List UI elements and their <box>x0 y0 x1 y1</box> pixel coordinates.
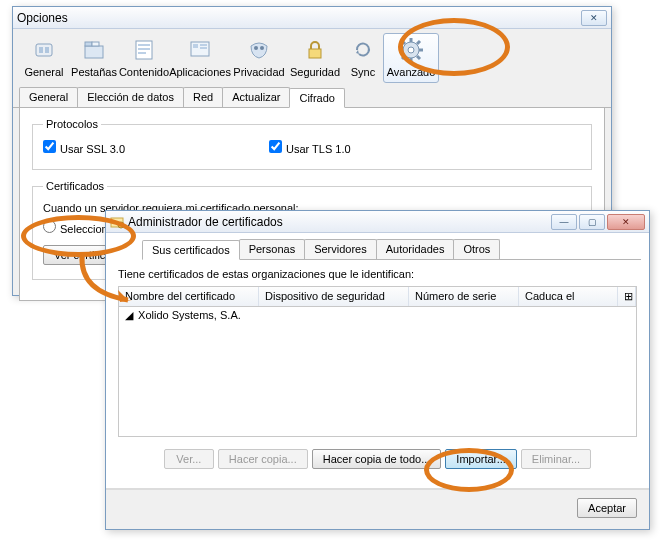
options-toolbar: General Pestañas Contenido Aplicaciones … <box>13 29 611 83</box>
svg-line-26 <box>417 41 420 44</box>
subtab-update[interactable]: Actualizar <box>222 87 290 107</box>
cert-manager-window: Administrador de certificados — ▢ ✕ Sus … <box>105 210 650 530</box>
tool-privacy[interactable]: Privacidad <box>231 33 287 83</box>
tls-checkbox[interactable]: Usar TLS 1.0 <box>269 140 351 155</box>
options-title: Opciones <box>17 11 68 25</box>
backup-all-button[interactable]: Hacer copia de todo... <box>312 449 442 469</box>
tool-sync[interactable]: Sync <box>343 33 383 83</box>
tool-general[interactable]: General <box>19 33 69 83</box>
tool-apps[interactable]: Aplicaciones <box>169 33 231 83</box>
svg-rect-1 <box>39 47 43 53</box>
tabs-icon <box>80 36 108 64</box>
ssl-checkbox[interactable]: Usar SSL 3.0 <box>43 140 263 155</box>
tool-tabs[interactable]: Pestañas <box>69 33 119 83</box>
svg-point-28 <box>118 222 124 228</box>
close-button[interactable]: ✕ <box>607 214 645 230</box>
view-button: Ver... <box>164 449 214 469</box>
cert-list-header: Nombre del certificado Dispositivo de se… <box>118 286 637 307</box>
expand-icon[interactable]: ◢ <box>125 309 135 322</box>
col-config-icon[interactable]: ⊞ <box>618 287 636 306</box>
svg-point-14 <box>254 46 258 50</box>
subtab-general[interactable]: General <box>19 87 78 107</box>
table-row[interactable]: ◢ Xolido Systems, S.A. <box>119 307 636 324</box>
svg-rect-13 <box>200 47 207 49</box>
close-button[interactable]: ✕ <box>581 10 607 26</box>
subtab-encryption[interactable]: Cifrado <box>289 88 344 108</box>
svg-line-25 <box>402 56 405 59</box>
certmgr-action-buttons: Ver... Hacer copia... Hacer copia de tod… <box>118 437 637 473</box>
svg-rect-8 <box>138 48 150 50</box>
svg-rect-9 <box>138 52 146 54</box>
tab-authorities[interactable]: Autoridades <box>376 239 455 259</box>
tool-security[interactable]: Seguridad <box>287 33 343 83</box>
subtab-network[interactable]: Red <box>183 87 223 107</box>
cert-org-name: Xolido Systems, S.A. <box>138 309 241 321</box>
svg-point-18 <box>408 47 414 53</box>
protocols-legend: Protocolos <box>43 118 101 130</box>
certmgr-footer: Aceptar <box>106 489 649 526</box>
import-button[interactable]: Importar... <box>445 449 517 469</box>
delete-button: Eliminar... <box>521 449 591 469</box>
svg-rect-16 <box>309 49 321 58</box>
svg-rect-12 <box>200 44 207 46</box>
options-subtabs: General Elección de datos Red Actualizar… <box>13 83 611 108</box>
certmgr-intro: Tiene certificados de estas organizacion… <box>118 268 637 280</box>
options-titlebar: Opciones ✕ <box>13 7 611 29</box>
tab-people[interactable]: Personas <box>239 239 305 259</box>
svg-rect-4 <box>85 42 92 46</box>
lock-icon <box>301 36 329 64</box>
switch-icon <box>30 36 58 64</box>
apps-icon <box>186 36 214 64</box>
cert-icon <box>110 215 124 229</box>
tool-content[interactable]: Contenido <box>119 33 169 83</box>
svg-rect-3 <box>85 46 103 58</box>
tab-others[interactable]: Otros <box>453 239 500 259</box>
content-icon <box>130 36 158 64</box>
svg-line-24 <box>417 56 420 59</box>
protocols-group: Protocolos Usar SSL 3.0 Usar TLS 1.0 <box>32 118 592 170</box>
sync-icon <box>349 36 377 64</box>
svg-line-23 <box>402 41 405 44</box>
col-serial[interactable]: Número de serie <box>409 287 519 306</box>
tab-yourcerts[interactable]: Sus certificados <box>142 240 240 260</box>
mask-icon <box>245 36 273 64</box>
maximize-button[interactable]: ▢ <box>579 214 605 230</box>
accept-button[interactable]: Aceptar <box>577 498 637 518</box>
certmgr-tabs: Sus certificados Personas Servidores Aut… <box>142 239 641 260</box>
gear-icon <box>397 36 425 64</box>
col-name[interactable]: Nombre del certificado <box>119 287 259 306</box>
svg-rect-7 <box>138 44 150 46</box>
cert-list-body[interactable]: ◢ Xolido Systems, S.A. <box>118 307 637 437</box>
subtab-datachoice[interactable]: Elección de datos <box>77 87 184 107</box>
svg-rect-5 <box>92 42 99 46</box>
svg-rect-11 <box>193 44 198 48</box>
col-device[interactable]: Dispositivo de seguridad <box>259 287 409 306</box>
svg-point-15 <box>260 46 264 50</box>
certmgr-titlebar: Administrador de certificados — ▢ ✕ <box>106 211 649 233</box>
svg-rect-0 <box>36 44 52 56</box>
svg-rect-2 <box>45 47 49 53</box>
backup-button: Hacer copia... <box>218 449 308 469</box>
certmgr-title: Administrador de certificados <box>128 215 283 229</box>
tab-servers[interactable]: Servidores <box>304 239 377 259</box>
tool-advanced[interactable]: Avanzado <box>383 33 439 83</box>
minimize-button[interactable]: — <box>551 214 577 230</box>
col-expires[interactable]: Caduca el <box>519 287 618 306</box>
certificates-legend: Certificados <box>43 180 107 192</box>
